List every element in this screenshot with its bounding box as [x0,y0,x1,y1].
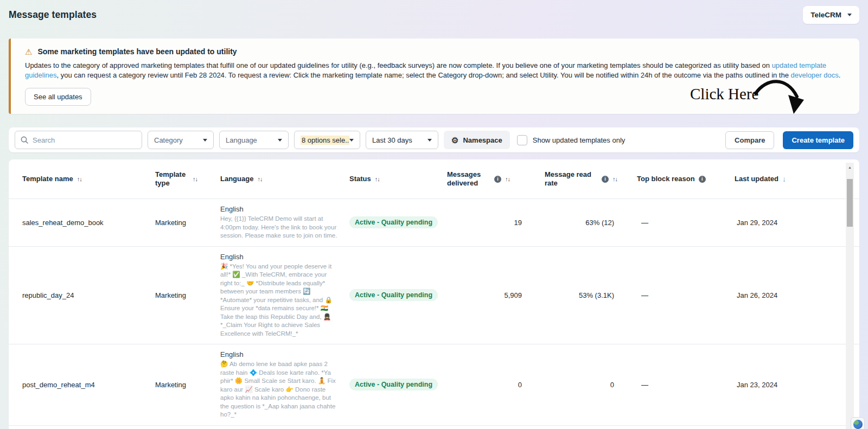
cell-template-name[interactable]: sales_reheat_demo_book [22,219,155,227]
date-range-label: Last 30 days [372,136,412,144]
account-selector-label: TeleCRM [810,11,841,19]
chevron-down-icon [847,14,852,16]
category-dropdown[interactable]: Category [148,131,214,149]
sort-icon[interactable]: ↑↓ [612,176,617,182]
cell-last-updated: Jan 29, 2024 [735,219,810,227]
namespace-button[interactable]: ⚙ Namespace [444,131,510,149]
column-header-label: Messages delivered [447,170,490,188]
column-header-label: Template type [155,170,189,188]
page-title: Message templates [9,9,97,21]
status-badge: Active - Quality pending [349,216,438,228]
scroll-up-button[interactable]: ▲ [846,163,854,171]
column-header-status[interactable]: Status↑↓ [349,175,447,183]
language-name: English [220,205,349,213]
search-input[interactable] [33,136,136,144]
template-preview-text: 🤔 Ab demo lene ke baad apke paas 2 raste… [220,360,337,419]
cell-template-type: Marketing [155,291,220,299]
compare-button[interactable]: Compare [725,131,774,149]
templates-table: Template name↑↓Template type↑↓Language↑↓… [9,159,859,429]
date-range-dropdown[interactable]: Last 30 days [366,131,438,149]
column-header-label: Message read rate [545,170,598,188]
chevron-down-icon [427,139,432,142]
table-row[interactable]: republic_day_24MarketingEnglish🎉 *Yes! Y… [9,246,859,344]
column-header-template-type[interactable]: Template type↑↓ [155,170,220,188]
cell-template-type: Marketing [155,219,220,227]
sort-icon[interactable]: ↑↓ [77,176,82,182]
column-header-label: Last updated [735,175,778,183]
status-badge: Active - Quality pending [349,379,438,390]
banner-text-1: Updates to the category of approved mark… [25,61,772,69]
status-options-selected-label: 8 options sele... [301,136,349,145]
banner-text-3: . [839,71,841,79]
column-header-label: Status [349,175,371,183]
column-header-label: Language [220,175,253,183]
language-dropdown[interactable]: Language [219,131,289,149]
info-icon[interactable]: i [699,176,706,183]
cell-messages-delivered: 5,909 [447,291,545,299]
top-bar: Message templates TeleCRM [0,0,868,24]
cell-top-block-reason: — [637,219,735,227]
table-row[interactable]: post_demo_reheat_m4MarketingEnglish🤔 Ab … [9,344,859,425]
cell-language: English🤔 Ab demo lene ke baad apke paas … [220,350,349,419]
category-dropdown-label: Category [154,136,183,144]
column-header-messages-delivered[interactable]: Messages deliveredi↑↓ [447,170,545,188]
table-scrollbar[interactable]: ▲ [846,163,854,429]
status-badge: Active - Quality pending [349,289,438,301]
create-template-button[interactable]: Create template [783,131,853,149]
cell-status: Active - Quality pending [349,379,447,390]
table-row[interactable]: sales_reheat_demo_bookMarketingEnglishHe… [9,199,859,246]
cell-status: Active - Quality pending [349,289,447,301]
column-header-template-name[interactable]: Template name↑↓ [22,175,155,183]
show-updated-label: Show updated templates only [533,136,626,144]
language-name: English [220,350,349,358]
column-header-label: Template name [22,175,73,183]
namespace-button-label: Namespace [463,136,502,144]
scrollbar-thumb[interactable] [847,179,853,227]
warning-triangle-icon: ⚠ [25,48,32,56]
column-header-top-block-reason: Top block reasoni [637,175,735,183]
sort-icon[interactable]: ↑↓ [257,176,262,182]
sort-icon[interactable]: ↑↓ [193,176,197,182]
search-icon [21,136,28,144]
globe-icon [853,420,863,429]
info-icon[interactable]: i [602,176,609,183]
column-header-language[interactable]: Language↑↓ [220,175,349,183]
sort-desc-icon[interactable]: ↓ [782,175,786,183]
banner-text-2: , you can request a category review unti… [57,71,791,79]
sort-icon[interactable]: ↑↓ [375,176,380,182]
table-row[interactable]: English😱 *TeleCRM is NOT the BEST CRM* 💡… [9,425,859,429]
template-preview-text: Hey, {{1}} TeleCRM Demo will start at 4:… [220,215,337,240]
show-updated-checkbox[interactable] [517,135,527,145]
cell-status: Active - Quality pending [349,216,447,228]
column-header-last-updated[interactable]: Last updated↓ [735,175,810,183]
sort-icon[interactable]: ↑↓ [505,176,510,182]
account-selector-button[interactable]: TeleCRM [803,6,859,24]
table-header-row: Template name↑↓Template type↑↓Language↑↓… [9,159,859,199]
banner-title: Some marketing templates have been updat… [37,47,237,56]
template-preview-text: 🎉 *Yes! You and your people deserve it a… [220,262,337,338]
cell-last-updated: Jan 23, 2024 [735,381,810,389]
language-dropdown-label: Language [226,136,257,144]
filter-toolbar: Category Language 8 options sele... Last… [9,127,859,152]
cell-template-name[interactable]: post_demo_reheat_m4 [22,381,155,389]
column-header-message-read-rate[interactable]: Message read ratei↑↓ [545,170,637,188]
column-header-label: Top block reason [637,175,695,183]
search-box[interactable] [15,131,142,149]
chevron-down-icon [349,139,354,142]
cell-language: English🎉 *Yes! You and your people deser… [220,253,349,338]
cell-template-name[interactable]: republic_day_24 [22,291,155,299]
see-all-updates-button[interactable]: See all updates [25,88,91,106]
banner-body: Updates to the category of approved mark… [25,61,841,80]
cell-template-type: Marketing [155,381,220,389]
annotation-arrow-icon [754,77,808,119]
chevron-down-icon [278,139,282,142]
cell-message-read-rate: 53% (3.1K) [545,291,637,299]
gear-icon: ⚙ [451,136,458,144]
info-icon[interactable]: i [494,176,501,183]
cell-top-block-reason: — [637,291,735,299]
cell-last-updated: Jan 26, 2024 [735,291,810,299]
cell-language: EnglishHey, {{1}} TeleCRM Demo will star… [220,205,349,240]
cell-message-read-rate: 0 [545,381,637,389]
status-options-dropdown[interactable]: 8 options sele... [294,131,360,149]
globe-button[interactable] [851,417,865,429]
